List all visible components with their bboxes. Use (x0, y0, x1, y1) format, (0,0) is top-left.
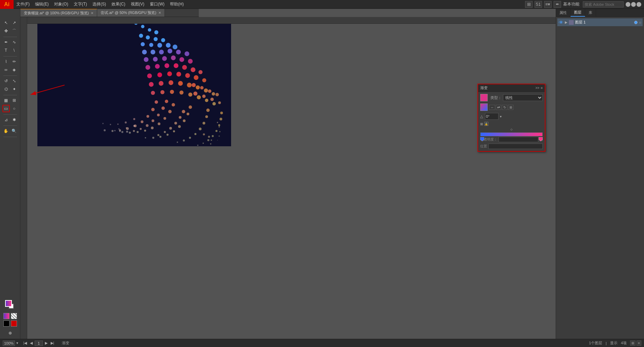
nav-next-button[interactable]: ▶ (43, 341, 49, 346)
gp-swap-icon[interactable]: ⇄ (496, 105, 501, 110)
zoom-tool[interactable]: 🔍 (11, 127, 18, 135)
library-tab[interactable]: 库 (585, 9, 596, 17)
vertical-ruler (20, 17, 27, 339)
hand-tool[interactable]: ✋ (2, 127, 10, 135)
gp-angle-dropdown[interactable]: ▾ (500, 115, 502, 118)
rotate-tool[interactable]: ↺ (2, 77, 10, 85)
search-input[interactable] (583, 1, 624, 7)
gp-type-select[interactable]: 线性 径向 任意形状 (503, 94, 543, 101)
gp-options-icon[interactable]: ⊞ (508, 105, 514, 110)
gradient-panel-expand[interactable]: >> (535, 86, 539, 90)
pen-tool[interactable]: ✒ (2, 38, 10, 46)
menu-help[interactable]: 帮助(H) (167, 0, 187, 9)
menu-type[interactable]: 文字(T) (71, 0, 90, 9)
gp-position-input[interactable] (488, 144, 543, 149)
fill-swatch[interactable] (11, 320, 17, 327)
maximize-button[interactable] (631, 2, 636, 7)
zoom-input[interactable] (3, 341, 15, 346)
nav-first-button[interactable]: |◀ (22, 341, 28, 346)
curvature-tool[interactable]: ∿ (11, 38, 18, 46)
layer-visibility-icon[interactable]: 👁 (559, 20, 563, 25)
artboard-number-input[interactable] (35, 341, 43, 346)
menu-right: ⊞ 51 ≡▾ ✒ 基本功能 (525, 1, 644, 8)
status-layers-count: 1个图层 (589, 341, 602, 346)
gradient-swatch[interactable] (3, 313, 10, 319)
gradient-panel-menu[interactable]: ≡ (541, 86, 543, 90)
tool-row-11: ⊿ ✱ (2, 116, 18, 123)
blend-tool[interactable]: ∞ (2, 66, 10, 73)
minimize-button[interactable] (626, 2, 630, 7)
svg-point-88 (199, 128, 202, 130)
svg-point-30 (174, 63, 178, 68)
menu-window[interactable]: 窗口(W) (147, 0, 167, 9)
pencil-tool[interactable]: ✏ (11, 58, 18, 65)
gp-color-swatch-1[interactable] (480, 94, 488, 101)
scale-tool[interactable]: ⤡ (11, 77, 18, 85)
close-button[interactable] (637, 2, 641, 7)
nav-last-button[interactable]: ▶| (50, 341, 55, 346)
layers-tab[interactable]: 图层 (571, 9, 585, 17)
magic-wand-tool[interactable]: ✤ (2, 27, 10, 35)
svg-point-80 (173, 130, 175, 132)
gradient-bar[interactable] (480, 132, 543, 136)
menu-file[interactable]: 文件(F) (14, 0, 32, 9)
properties-tab[interactable]: 属性 (556, 9, 571, 17)
puppet-warp-tool[interactable]: ✦ (11, 85, 18, 93)
gp-reverse-icon[interactable]: ↔ (489, 105, 495, 110)
layer-name[interactable]: 图层 1 (575, 20, 634, 25)
eraser-tool[interactable]: ◈ (11, 66, 18, 73)
arrange-icon2[interactable]: 51 (535, 1, 542, 8)
rectangle-tool[interactable]: ▭ (2, 105, 10, 112)
svg-point-77 (187, 113, 189, 115)
nav-prev-button[interactable]: ◀ (29, 341, 34, 346)
tab-1[interactable]: 变换螺旋.ai* @ 100% (RGB/GPU 预览) ✕ (20, 9, 97, 17)
layer-expand-icon[interactable]: ▶ (565, 20, 568, 24)
svg-point-83 (152, 137, 154, 139)
warp-tool[interactable]: ⌬ (2, 85, 10, 93)
measure-tool[interactable]: ✱ (11, 116, 18, 123)
direct-selection-tool[interactable]: ↗ (11, 19, 18, 27)
svg-point-36 (167, 71, 172, 76)
foreground-color-swatch[interactable] (5, 300, 12, 307)
menu-view[interactable]: 视图(V) (128, 0, 147, 9)
tab-2-close[interactable]: ✕ (158, 11, 161, 15)
tabbar: 变换螺旋.ai* @ 100% (RGB/GPU 预览) ✕ 尝试.ai* @ … (20, 9, 199, 17)
svg-point-72 (137, 131, 139, 133)
lasso-tool[interactable]: ⌒ (11, 27, 18, 35)
gradient-stop-right[interactable] (539, 137, 543, 141)
gp-lock-icon[interactable]: 🔒 (484, 122, 488, 126)
gp-angle-input[interactable] (485, 113, 499, 120)
arrange-icon3[interactable]: ≡▾ (544, 1, 552, 8)
arrange-icon[interactable]: ⊞ (525, 1, 533, 8)
svg-point-24 (171, 55, 176, 60)
gradient-stop-mid[interactable] (480, 137, 484, 141)
layer-lock-icon[interactable]: ○ (639, 20, 641, 24)
gp-color-swatch-2[interactable] (480, 103, 488, 111)
column-graph-tool[interactable]: ▦ (2, 97, 10, 104)
artboard-tool[interactable]: ⊞ (11, 97, 18, 104)
status-list-view[interactable]: ≡ (637, 341, 641, 346)
menu-select[interactable]: 选择(S) (90, 0, 109, 9)
status-separator: | (606, 341, 607, 345)
none-swatch[interactable] (11, 313, 17, 319)
type-tool[interactable]: T (2, 47, 10, 54)
draw-modes[interactable]: ⊕ (6, 329, 14, 337)
line-tool[interactable]: \ (11, 47, 18, 54)
tab-2[interactable]: 尝试.ai* @ 50% (RGB/GPU 预览) ✕ (97, 9, 164, 17)
gp-cycle-icon[interactable]: ↻ (502, 105, 507, 110)
zoom-dropdown[interactable]: ▾ (16, 341, 18, 345)
menu-effect[interactable]: 效果(C) (109, 0, 128, 9)
svg-point-31 (182, 65, 187, 70)
menu-edit[interactable]: 编辑(E) (32, 0, 51, 9)
status-grid-view[interactable]: ⊞ (630, 341, 636, 346)
selection-tool[interactable]: ↖ (2, 19, 10, 27)
menu-object[interactable]: 对象(O) (51, 0, 71, 9)
pen-icon[interactable]: ✒ (554, 1, 561, 8)
stroke-swatch[interactable] (3, 320, 10, 327)
ellipse-tool[interactable]: ○ (11, 105, 18, 112)
tab-1-close[interactable]: ✕ (91, 11, 93, 15)
svg-point-27 (145, 65, 150, 70)
tool-divider-4 (3, 95, 17, 95)
eyedropper-tool[interactable]: ⊿ (2, 116, 10, 123)
paintbrush-tool[interactable]: ⌇ (2, 58, 10, 65)
